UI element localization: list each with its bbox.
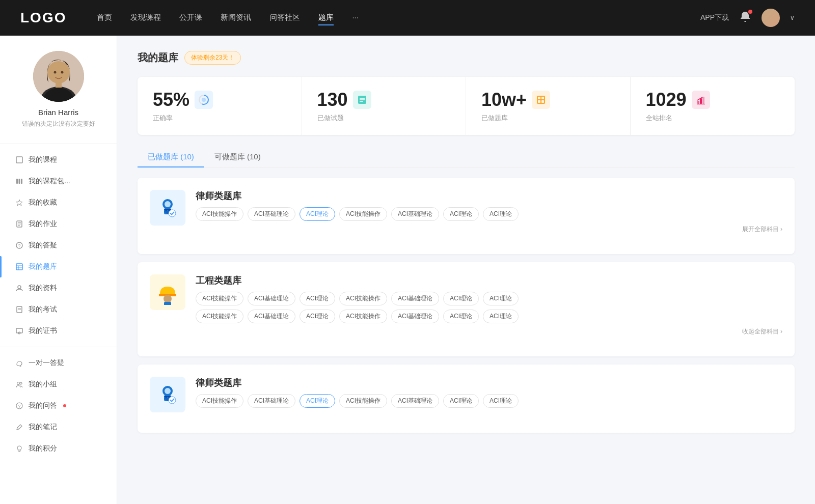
sidebar-menu: 我的课程 我的课程包... 我的收藏 我的作业 bbox=[0, 149, 117, 459]
svg-rect-25 bbox=[16, 328, 22, 333]
bank-tag-2-r2-2[interactable]: ACI理论 bbox=[300, 310, 335, 323]
bank-title-3: 律师类题库 bbox=[196, 377, 782, 389]
bank-tag-1-1[interactable]: ACI基础理论 bbox=[248, 207, 295, 221]
sidebar-item-mynotes[interactable]: 我的笔记 bbox=[0, 416, 117, 438]
lawyer-avatar-icon-2 bbox=[155, 382, 180, 407]
sidebar: Brian Harris 错误的决定比没有决定要好 我的课程 我的课程包... bbox=[0, 36, 117, 504]
nav-news[interactable]: 新闻资讯 bbox=[221, 11, 251, 25]
bank-tag-2-0[interactable]: ACI技能操作 bbox=[196, 292, 243, 305]
grid-icon bbox=[535, 94, 547, 105]
nav-discover[interactable]: 发现课程 bbox=[130, 11, 161, 25]
bank-icon-lawyer-1 bbox=[150, 190, 185, 226]
svg-point-4 bbox=[61, 71, 63, 74]
bank-card-header-2: 工程类题库 ACI技能操作 ACI基础理论 ACI理论 ACI技能操作 ACI基… bbox=[150, 274, 782, 336]
sidebar-divider-top bbox=[0, 144, 117, 144]
sidebar-item-myquestionbank[interactable]: 我的题库 bbox=[0, 256, 117, 277]
avatar-image bbox=[33, 51, 84, 102]
sidebar-avatar bbox=[33, 51, 84, 102]
bank-tag-2-1[interactable]: ACI基础理论 bbox=[248, 292, 295, 305]
svg-point-58 bbox=[165, 388, 171, 394]
collapse-btn-2[interactable]: 收起全部科目 › bbox=[196, 327, 782, 336]
bank-tag-2-r2-0[interactable]: ACI技能操作 bbox=[196, 310, 243, 323]
svg-rect-17 bbox=[16, 264, 22, 270]
sidebar-item-mygroup[interactable]: 我的小组 bbox=[0, 374, 117, 395]
bank-tag-2-5[interactable]: ACI理论 bbox=[443, 292, 479, 305]
engineer-avatar-icon bbox=[155, 279, 180, 305]
nav-opencourse[interactable]: 公开课 bbox=[179, 11, 202, 25]
favorites-icon bbox=[15, 199, 23, 207]
bank-tag-3-2[interactable]: ACI理论 bbox=[300, 394, 335, 408]
questions-value: 130 bbox=[317, 89, 348, 110]
bank-tag-3-6[interactable]: ACI理论 bbox=[483, 394, 519, 408]
stat-ranking-row: 1029 bbox=[646, 89, 780, 110]
bank-tag-2-6[interactable]: ACI理论 bbox=[483, 292, 519, 305]
bank-tag-2-r2-5[interactable]: ACI理论 bbox=[443, 310, 479, 323]
bank-tag-3-0[interactable]: ACI技能操作 bbox=[196, 394, 243, 408]
myqa-label: 我的答疑 bbox=[29, 241, 57, 250]
user-avatar[interactable] bbox=[762, 9, 780, 27]
bank-tag-1-3[interactable]: ACI技能操作 bbox=[339, 207, 387, 221]
bank-tag-2-r2-4[interactable]: ACI基础理论 bbox=[391, 310, 439, 323]
sidebar-item-mycoursepack[interactable]: 我的课程包... bbox=[0, 171, 117, 192]
bank-tag-3-3[interactable]: ACI技能操作 bbox=[339, 394, 387, 408]
expand-btn-1[interactable]: 展开全部科目 › bbox=[196, 225, 782, 234]
page-title: 我的题库 bbox=[138, 51, 178, 65]
bank-tag-2-r2-1[interactable]: ACI基础理论 bbox=[248, 310, 295, 323]
nav-questionbank[interactable]: 题库 bbox=[318, 11, 334, 25]
bank-tag-2-4[interactable]: ACI基础理论 bbox=[391, 292, 439, 305]
bank-tag-3-4[interactable]: ACI基础理论 bbox=[391, 394, 439, 408]
bank-tag-2-2[interactable]: ACI理论 bbox=[300, 292, 335, 305]
bank-info-2: 工程类题库 ACI技能操作 ACI基础理论 ACI理论 ACI技能操作 ACI基… bbox=[196, 274, 782, 336]
sidebar-item-myprofile[interactable]: 我的资料 bbox=[0, 277, 117, 299]
svg-point-3 bbox=[53, 71, 56, 74]
cert-icon bbox=[15, 327, 23, 335]
user-menu-chevron[interactable]: ∨ bbox=[790, 14, 795, 21]
bank-tag-1-6[interactable]: ACI理论 bbox=[483, 207, 519, 221]
stat-banks: 10w+ 已做题库 bbox=[466, 77, 631, 135]
group-icon bbox=[15, 380, 23, 388]
bank-tag-1-5[interactable]: ACI理论 bbox=[443, 207, 479, 221]
bank-tag-1-0[interactable]: ACI技能操作 bbox=[196, 207, 243, 221]
stat-accuracy-row: 55% bbox=[153, 89, 286, 110]
sidebar-item-mypoints[interactable]: 我的积分 bbox=[0, 438, 117, 459]
bank-tag-2-3[interactable]: ACI技能操作 bbox=[339, 292, 387, 305]
sidebar-item-myqa[interactable]: ? 我的答疑 bbox=[0, 235, 117, 256]
sidebar-item-myquestion[interactable]: ? 我的问答 bbox=[0, 395, 117, 416]
points-icon bbox=[15, 444, 23, 453]
bank-tag-1-2[interactable]: ACI理论 bbox=[300, 207, 335, 221]
nav-home[interactable]: 首页 bbox=[97, 11, 112, 25]
nav-more[interactable]: ··· bbox=[352, 11, 359, 25]
sidebar-item-mycourse[interactable]: 我的课程 bbox=[0, 149, 117, 171]
tab-available[interactable]: 可做题库 (10) bbox=[204, 147, 271, 167]
bank-card-lawyer-2: 律师类题库 ACI技能操作 ACI基础理论 ACI理论 ACI技能操作 ACI基… bbox=[138, 365, 795, 433]
bank-card-header-3: 律师类题库 ACI技能操作 ACI基础理论 ACI理论 ACI技能操作 ACI基… bbox=[150, 377, 782, 412]
stat-questions-row: 130 bbox=[317, 89, 451, 110]
sidebar-item-1on1[interactable]: 一对一答疑 bbox=[0, 352, 117, 374]
svg-point-2 bbox=[47, 61, 70, 83]
app-download-link[interactable]: APP下载 bbox=[700, 13, 729, 22]
logo[interactable]: LOGO bbox=[20, 10, 66, 26]
accuracy-icon bbox=[195, 91, 213, 109]
sidebar-item-mycert[interactable]: 我的证书 bbox=[0, 320, 117, 342]
bank-tag-1-4[interactable]: ACI基础理论 bbox=[391, 207, 439, 221]
bank-tag-2-r2-6[interactable]: ACI理论 bbox=[483, 310, 519, 323]
nav-menu: 首页 发现课程 公开课 新闻资讯 问答社区 题库 ··· bbox=[97, 11, 700, 25]
banks-icon bbox=[532, 91, 550, 109]
page-header: 我的题库 体验剩余23天！ bbox=[138, 51, 795, 65]
notification-button[interactable] bbox=[739, 11, 751, 25]
coursepack-icon bbox=[15, 177, 23, 185]
bank-tag-3-1[interactable]: ACI基础理论 bbox=[248, 394, 295, 408]
questions-icon bbox=[353, 91, 371, 109]
sidebar-item-myfavorites[interactable]: 我的收藏 bbox=[0, 192, 117, 213]
oneonone-icon bbox=[15, 359, 23, 367]
svg-point-27 bbox=[17, 382, 20, 385]
bank-tag-2-r2-3[interactable]: ACI技能操作 bbox=[339, 310, 387, 323]
bank-info-1: 律师类题库 ACI技能操作 ACI基础理论 ACI理论 ACI技能操作 ACI基… bbox=[196, 190, 782, 234]
stat-ranking: 1029 全站排名 bbox=[631, 77, 795, 135]
bank-tag-3-5[interactable]: ACI理论 bbox=[443, 394, 479, 408]
sidebar-item-myexam[interactable]: 我的考试 bbox=[0, 299, 117, 320]
nav-qa[interactable]: 问答社区 bbox=[269, 11, 300, 25]
svg-text:?: ? bbox=[18, 243, 20, 248]
sidebar-item-myhomework[interactable]: 我的作业 bbox=[0, 213, 117, 235]
tab-done[interactable]: 已做题库 (10) bbox=[138, 147, 204, 167]
